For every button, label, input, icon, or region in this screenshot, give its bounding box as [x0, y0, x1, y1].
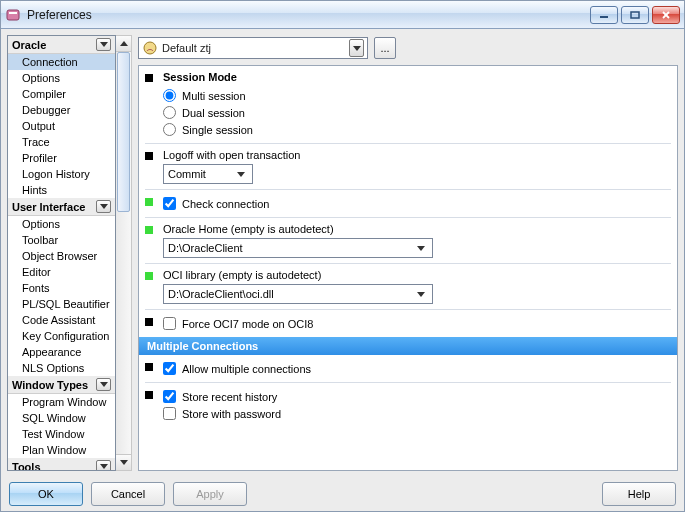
group-logoff: Logoff with open transaction Commit	[139, 144, 677, 189]
chevron-down-icon	[233, 166, 248, 182]
sidebar-item-profiler[interactable]: Profiler	[8, 150, 115, 166]
force-oci7-checkbox[interactable]: Force OCI7 mode on OCI8	[163, 315, 667, 332]
window-controls	[590, 6, 680, 24]
body: Oracle Connection Options Compiler Debug…	[1, 29, 684, 477]
profile-label: Default ztj	[162, 42, 349, 54]
sidebar-item-output[interactable]: Output	[8, 118, 115, 134]
profile-icon	[142, 40, 158, 56]
chevron-down-icon	[413, 286, 428, 302]
group-session-mode: Session Mode Multi session Dual session …	[139, 66, 677, 143]
profile-row: Default ztj ...	[138, 35, 678, 61]
maximize-button[interactable]	[621, 6, 649, 24]
sidebar-item-connection[interactable]: Connection	[8, 54, 115, 70]
radio-multi-session[interactable]: Multi session	[163, 87, 667, 104]
group-store-history: Store recent history Store with password	[139, 383, 677, 427]
category-oracle[interactable]: Oracle	[8, 36, 115, 54]
sidebar-item-trace[interactable]: Trace	[8, 134, 115, 150]
oci-library-select[interactable]: D:\OracleClient\oci.dll	[163, 284, 433, 304]
logoff-select[interactable]: Commit	[163, 164, 253, 184]
svg-rect-2	[600, 16, 608, 18]
category-tree[interactable]: Oracle Connection Options Compiler Debug…	[7, 35, 116, 471]
chevron-down-icon[interactable]	[96, 200, 111, 213]
group-oci-library: OCI library (empty is autodetect) D:\Ora…	[139, 264, 677, 309]
multiple-connections-header: Multiple Connections	[139, 337, 677, 355]
profile-more-button[interactable]: ...	[374, 37, 396, 59]
svg-rect-0	[7, 10, 19, 20]
marker-icon	[145, 272, 153, 280]
sidebar-item-options[interactable]: Options	[8, 70, 115, 86]
sidebar: Oracle Connection Options Compiler Debug…	[7, 35, 132, 471]
window-title: Preferences	[27, 8, 590, 22]
chevron-down-icon	[413, 240, 428, 256]
ok-button[interactable]: OK	[9, 482, 83, 506]
oracle-home-select[interactable]: D:\OracleClient	[163, 238, 433, 258]
minimize-button[interactable]	[590, 6, 618, 24]
scroll-thumb[interactable]	[117, 52, 130, 212]
help-button[interactable]: Help	[602, 482, 676, 506]
sidebar-item-editor[interactable]: Editor	[8, 264, 115, 280]
svg-rect-3	[631, 12, 639, 18]
main-area: Default ztj ... Session Mode Multi sessi…	[138, 35, 678, 471]
close-button[interactable]	[652, 6, 680, 24]
sidebar-item-toolbar[interactable]: Toolbar	[8, 232, 115, 248]
oracle-home-title: Oracle Home (empty is autodetect)	[163, 223, 667, 235]
sidebar-item-program-window[interactable]: Program Window	[8, 394, 115, 410]
allow-multiple-checkbox[interactable]: Allow multiple connections	[163, 360, 667, 377]
app-icon	[5, 7, 21, 23]
check-connection-checkbox[interactable]: Check connection	[163, 195, 667, 212]
group-force-oci7: Force OCI7 mode on OCI8	[139, 310, 677, 337]
scroll-track[interactable]	[116, 52, 131, 454]
marker-icon	[145, 226, 153, 234]
chevron-down-icon[interactable]	[349, 39, 364, 57]
store-password-checkbox[interactable]: Store with password	[163, 405, 667, 422]
marker-icon	[145, 198, 153, 206]
group-check-connection: Check connection	[139, 190, 677, 217]
preferences-window: Preferences Oracle Connection Options Co…	[0, 0, 685, 512]
sidebar-item-plsql-beautifier[interactable]: PL/SQL Beautifier	[8, 296, 115, 312]
sidebar-item-plan-window[interactable]: Plan Window	[8, 442, 115, 458]
titlebar: Preferences	[1, 1, 684, 29]
marker-icon	[145, 152, 153, 160]
chevron-down-icon[interactable]	[96, 378, 111, 391]
marker-icon	[145, 391, 153, 399]
logoff-title: Logoff with open transaction	[163, 149, 667, 161]
sidebar-item-hints[interactable]: Hints	[8, 182, 115, 198]
session-mode-title: Session Mode	[163, 71, 667, 83]
group-oracle-home: Oracle Home (empty is autodetect) D:\Ora…	[139, 218, 677, 263]
scroll-down-icon[interactable]	[116, 454, 131, 470]
sidebar-item-appearance[interactable]: Appearance	[8, 344, 115, 360]
sidebar-scrollbar[interactable]	[116, 35, 132, 471]
group-allow-multiple: Allow multiple connections	[139, 355, 677, 382]
svg-point-6	[144, 42, 156, 54]
marker-icon	[145, 74, 153, 82]
marker-icon	[145, 363, 153, 371]
chevron-down-icon[interactable]	[96, 38, 111, 51]
sidebar-item-compiler[interactable]: Compiler	[8, 86, 115, 102]
sidebar-item-ui-options[interactable]: Options	[8, 216, 115, 232]
sidebar-item-key-configuration[interactable]: Key Configuration	[8, 328, 115, 344]
chevron-down-icon[interactable]	[96, 460, 111, 471]
category-tools[interactable]: Tools	[8, 458, 115, 471]
svg-rect-1	[9, 12, 17, 14]
store-recent-checkbox[interactable]: Store recent history	[163, 388, 667, 405]
radio-dual-session[interactable]: Dual session	[163, 104, 667, 121]
oci-library-title: OCI library (empty is autodetect)	[163, 269, 667, 281]
category-user-interface[interactable]: User Interface	[8, 198, 115, 216]
scroll-up-icon[interactable]	[116, 36, 131, 52]
settings-panel: Session Mode Multi session Dual session …	[138, 65, 678, 471]
sidebar-item-sql-window[interactable]: SQL Window	[8, 410, 115, 426]
footer: OK Cancel Apply Help	[1, 477, 684, 511]
sidebar-item-debugger[interactable]: Debugger	[8, 102, 115, 118]
sidebar-item-logon-history[interactable]: Logon History	[8, 166, 115, 182]
sidebar-item-fonts[interactable]: Fonts	[8, 280, 115, 296]
sidebar-item-nls-options[interactable]: NLS Options	[8, 360, 115, 376]
apply-button[interactable]: Apply	[173, 482, 247, 506]
sidebar-item-code-assistant[interactable]: Code Assistant	[8, 312, 115, 328]
sidebar-item-object-browser[interactable]: Object Browser	[8, 248, 115, 264]
category-window-types[interactable]: Window Types	[8, 376, 115, 394]
sidebar-item-test-window[interactable]: Test Window	[8, 426, 115, 442]
cancel-button[interactable]: Cancel	[91, 482, 165, 506]
marker-icon	[145, 318, 153, 326]
radio-single-session[interactable]: Single session	[163, 121, 667, 138]
profile-select[interactable]: Default ztj	[138, 37, 368, 59]
